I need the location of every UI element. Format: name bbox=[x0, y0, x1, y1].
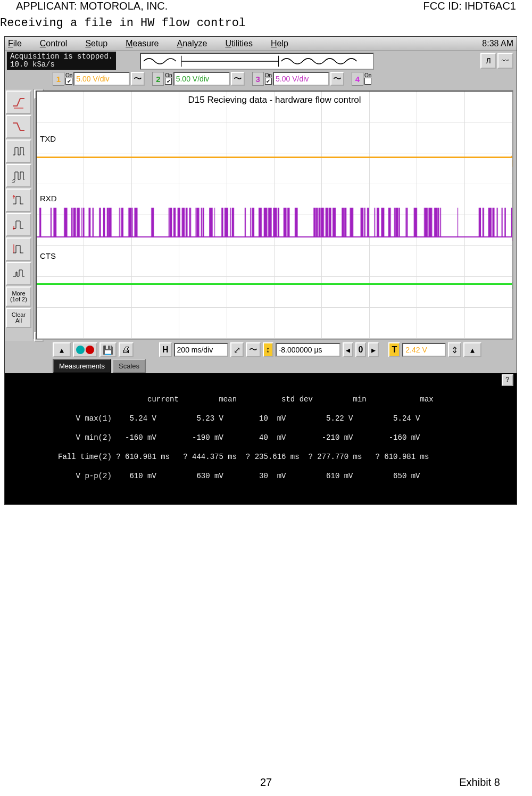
ch3-marker: ↰3 bbox=[512, 234, 513, 241]
tool-amplitude-up[interactable] bbox=[6, 188, 31, 212]
tabs: Measurements Scales bbox=[5, 359, 517, 373]
tool-amplitude-down[interactable] bbox=[6, 213, 31, 236]
channel-3: 3 On✔ 5.00 V/div 〜 bbox=[252, 72, 344, 86]
tool-period[interactable]: 1/ bbox=[6, 164, 31, 187]
scroll-left[interactable]: ▴ bbox=[53, 342, 71, 357]
zoom-btn[interactable]: ⤢ bbox=[230, 342, 244, 357]
horizontal-controls: ▴ 💾 🖨 H 200 ms/div ⤢ 〜 ↕ -8.000000 µs ◂ … bbox=[5, 341, 517, 359]
clear-all-button[interactable]: Clear All bbox=[6, 308, 31, 328]
trigger-level[interactable]: 2.42 V bbox=[402, 343, 446, 357]
channel-row: 1 On✔ 5.00 V/div 〜 2 On✔ 5.00 V/div 〜 3 … bbox=[53, 71, 513, 87]
applicant-label: APPLICANT: MOTOROLA, INC. bbox=[16, 0, 168, 12]
ch1-coupling[interactable]: 〜 bbox=[131, 72, 145, 86]
tool-glitch[interactable] bbox=[6, 262, 31, 285]
pulse-icon[interactable]: Л bbox=[480, 53, 496, 69]
ch1-marker: ↰1 bbox=[512, 160, 513, 167]
ch4-checkbox[interactable] bbox=[364, 78, 371, 85]
time-div[interactable]: 200 ms/div bbox=[174, 343, 228, 357]
menu-setup[interactable]: Setup bbox=[85, 39, 107, 48]
meas-header: current mean std dev min max bbox=[58, 395, 511, 404]
ch2-coupling[interactable]: 〜 bbox=[231, 72, 245, 86]
channel-4: 4 On bbox=[352, 72, 371, 86]
trace-rxd bbox=[37, 208, 512, 237]
ch2-badge[interactable]: 2 bbox=[152, 72, 164, 86]
meas-row-4: V p-p(2) 610 mV 630 mV 30 mV 610 mV 650 … bbox=[58, 471, 511, 481]
waveform-display[interactable]: D15 Recieving data - hardware flow contr… bbox=[36, 91, 513, 340]
ch2-vdiv[interactable]: 5.00 V/div bbox=[173, 72, 230, 86]
ch2-marker: ↰2 bbox=[512, 282, 513, 289]
ch3-badge[interactable]: 3 bbox=[252, 72, 264, 86]
ch3-vdiv[interactable]: 5.00 V/div bbox=[273, 72, 329, 86]
doc-subtitle: Receiving a file in HW flow control bbox=[0, 12, 532, 35]
nav-right[interactable]: ▸ bbox=[368, 342, 379, 357]
display-title: D15 Recieving data - hardware flow contr… bbox=[37, 95, 512, 105]
wave-icon-btn[interactable]: 〰 bbox=[497, 53, 513, 69]
nav-left[interactable]: ◂ bbox=[343, 342, 353, 357]
print-icon[interactable]: 🖨 bbox=[119, 342, 134, 357]
more-button[interactable]: More (1of 2) bbox=[6, 286, 31, 307]
save-icon[interactable]: 💾 bbox=[99, 342, 117, 357]
trace-cts bbox=[37, 283, 512, 285]
tool-edge-rise[interactable] bbox=[6, 91, 31, 114]
meas-row-2: V min(2) -160 mV -190 mV 40 mV -210 mV -… bbox=[58, 433, 511, 442]
help-icon[interactable]: ? bbox=[502, 374, 513, 386]
ch3-coupling[interactable]: 〜 bbox=[330, 72, 344, 86]
ch1-checkbox[interactable]: ✔ bbox=[65, 78, 72, 85]
label-cts: CTS bbox=[40, 251, 56, 260]
tool-sidebar: 1/ More (1of 2) Clear All bbox=[5, 89, 32, 341]
menu-measure[interactable]: Measure bbox=[126, 39, 159, 48]
meas-row-1: V max(1) 5.24 V 5.23 V 10 mV 5.22 V 5.24… bbox=[58, 414, 511, 423]
ch4-badge[interactable]: 4 bbox=[352, 72, 363, 86]
menu-file[interactable]: File bbox=[8, 39, 22, 48]
meas-row-3: Fall time(2) ? 610.981 ms ? 444.375 ms ?… bbox=[58, 452, 511, 462]
waveform-overview[interactable] bbox=[140, 53, 374, 70]
status-line1: Acquisition is stopped. bbox=[10, 53, 113, 61]
menu-control[interactable]: Control bbox=[40, 39, 68, 48]
trigger-label: T bbox=[388, 342, 400, 357]
menu-bar: File Control Setup Measure Analyze Utili… bbox=[5, 37, 517, 51]
channel-2: 2 On✔ 5.00 V/div 〜 bbox=[152, 72, 244, 86]
menu-help[interactable]: Help bbox=[271, 39, 288, 48]
label-txd: TXD bbox=[40, 134, 56, 143]
channel-1: 1 On✔ 5.00 V/div 〜 bbox=[53, 72, 145, 86]
wave-icon bbox=[141, 54, 373, 69]
label-rxd: RXD bbox=[40, 194, 57, 203]
measurements-panel: ? current mean std dev min max V max(1) … bbox=[5, 373, 517, 504]
trigger-marker: ← T bbox=[509, 153, 513, 159]
menu-utilities[interactable]: Utilities bbox=[225, 39, 253, 48]
status-box: Acquisition is stopped. 10.0 kSa/s bbox=[7, 52, 116, 70]
scroll-right[interactable]: ▴ bbox=[463, 342, 481, 357]
fcc-id: FCC ID: IHDT6AC1 bbox=[423, 0, 516, 12]
tab-measurements[interactable]: Measurements bbox=[53, 359, 111, 373]
coupling-btn[interactable]: 〜 bbox=[246, 342, 261, 357]
tool-pulse-width[interactable] bbox=[6, 139, 31, 163]
tool-pkpk[interactable] bbox=[6, 237, 31, 261]
trigger-stepper[interactable]: ⇕ bbox=[448, 342, 461, 357]
tab-scales[interactable]: Scales bbox=[112, 359, 146, 373]
oscilloscope-window: File Control Setup Measure Analyze Utili… bbox=[4, 36, 517, 505]
ch3-checkbox[interactable]: ✔ bbox=[265, 78, 272, 85]
offset-marker[interactable]: ↕ bbox=[263, 342, 273, 357]
ch1-vdiv[interactable]: 5.00 V/div bbox=[73, 72, 130, 86]
clock: 8:38 AM bbox=[482, 39, 513, 48]
tool-edge-fall[interactable] bbox=[6, 115, 31, 138]
exhibit-label: Exhibit 8 bbox=[459, 776, 500, 789]
ch2-checkbox[interactable]: ✔ bbox=[165, 78, 172, 85]
svg-text:1/: 1/ bbox=[12, 179, 15, 183]
status-line2: 10.0 kSa/s bbox=[10, 61, 113, 69]
time-offset[interactable]: -8.000000 µs bbox=[276, 343, 340, 357]
ch1-badge[interactable]: 1 bbox=[53, 72, 64, 86]
menu-analyze[interactable]: Analyze bbox=[177, 39, 207, 48]
trace-txd bbox=[37, 157, 512, 158]
run-stop[interactable] bbox=[73, 342, 97, 357]
h-label: H bbox=[159, 342, 172, 357]
nav-zero[interactable]: 0 bbox=[355, 342, 367, 357]
page-number: 27 bbox=[260, 776, 272, 789]
